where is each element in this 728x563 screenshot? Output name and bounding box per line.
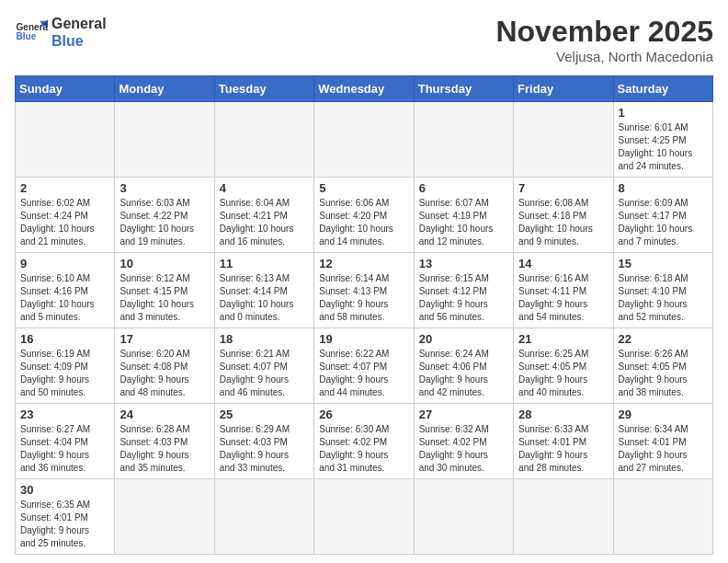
day-info: Sunrise: 6:09 AM Sunset: 4:17 PM Dayligh… — [619, 197, 708, 248]
calendar-cell: 16Sunrise: 6:19 AM Sunset: 4:09 PM Dayli… — [16, 328, 115, 404]
day-info: Sunrise: 6:35 AM Sunset: 4:01 PM Dayligh… — [20, 499, 109, 550]
day-number: 4 — [220, 181, 309, 195]
day-number: 5 — [319, 181, 408, 195]
day-info: Sunrise: 6:28 AM Sunset: 4:03 PM Dayligh… — [119, 423, 209, 475]
title-block: November 2025 Veljusa, North Macedonia — [495, 15, 713, 64]
day-number: 1 — [619, 106, 708, 120]
calendar-cell — [514, 102, 613, 178]
calendar-cell: 11Sunrise: 6:13 AM Sunset: 4:14 PM Dayli… — [214, 253, 313, 328]
calendar-cell: 1Sunrise: 6:01 AM Sunset: 4:25 PM Daylig… — [613, 102, 712, 178]
month-title: November 2025 — [495, 15, 713, 49]
calendar-cell — [214, 479, 313, 555]
calendar-cell: 24Sunrise: 6:28 AM Sunset: 4:03 PM Dayli… — [115, 404, 214, 479]
calendar-cell: 7Sunrise: 6:08 AM Sunset: 4:18 PM Daylig… — [514, 178, 613, 253]
day-info: Sunrise: 6:16 AM Sunset: 4:11 PM Dayligh… — [518, 272, 608, 324]
calendar-cell: 2Sunrise: 6:02 AM Sunset: 4:24 PM Daylig… — [16, 178, 115, 253]
calendar-week-row: 9Sunrise: 6:10 AM Sunset: 4:16 PM Daylig… — [16, 253, 713, 328]
calendar-cell: 21Sunrise: 6:25 AM Sunset: 4:05 PM Dayli… — [514, 328, 613, 404]
day-info: Sunrise: 6:27 AM Sunset: 4:04 PM Dayligh… — [20, 423, 109, 475]
day-info: Sunrise: 6:15 AM Sunset: 4:12 PM Dayligh… — [419, 272, 508, 324]
calendar-cell: 9Sunrise: 6:10 AM Sunset: 4:16 PM Daylig… — [16, 253, 115, 328]
calendar-cell: 14Sunrise: 6:16 AM Sunset: 4:11 PM Dayli… — [514, 253, 613, 328]
day-number: 18 — [220, 332, 309, 346]
calendar-cell: 5Sunrise: 6:06 AM Sunset: 4:20 PM Daylig… — [314, 178, 414, 253]
weekday-header-monday: Monday — [115, 76, 214, 102]
calendar-cell — [214, 102, 313, 178]
calendar-cell — [115, 102, 214, 178]
calendar-week-row: 2Sunrise: 6:02 AM Sunset: 4:24 PM Daylig… — [16, 178, 713, 253]
calendar-week-row: 1Sunrise: 6:01 AM Sunset: 4:25 PM Daylig… — [16, 102, 713, 178]
day-info: Sunrise: 6:24 AM Sunset: 4:06 PM Dayligh… — [419, 348, 508, 399]
day-info: Sunrise: 6:26 AM Sunset: 4:05 PM Dayligh… — [619, 348, 708, 399]
day-info: Sunrise: 6:20 AM Sunset: 4:08 PM Dayligh… — [119, 348, 209, 399]
calendar-cell: 23Sunrise: 6:27 AM Sunset: 4:04 PM Dayli… — [16, 404, 115, 479]
day-info: Sunrise: 6:19 AM Sunset: 4:09 PM Dayligh… — [20, 348, 109, 399]
day-info: Sunrise: 6:22 AM Sunset: 4:07 PM Dayligh… — [319, 348, 408, 399]
day-info: Sunrise: 6:02 AM Sunset: 4:24 PM Dayligh… — [20, 197, 109, 248]
weekday-header-row: SundayMondayTuesdayWednesdayThursdayFrid… — [16, 76, 713, 102]
day-number: 30 — [20, 483, 109, 497]
calendar-cell: 25Sunrise: 6:29 AM Sunset: 4:03 PM Dayli… — [214, 404, 313, 479]
calendar-week-row: 30Sunrise: 6:35 AM Sunset: 4:01 PM Dayli… — [16, 479, 713, 555]
svg-text:Blue: Blue — [16, 31, 36, 41]
day-number: 25 — [220, 408, 309, 421]
day-number: 21 — [518, 332, 608, 346]
calendar-cell — [613, 479, 712, 555]
day-info: Sunrise: 6:04 AM Sunset: 4:21 PM Dayligh… — [220, 197, 309, 248]
calendar-cell: 18Sunrise: 6:21 AM Sunset: 4:07 PM Dayli… — [214, 328, 313, 404]
day-info: Sunrise: 6:25 AM Sunset: 4:05 PM Dayligh… — [518, 348, 608, 399]
calendar-cell: 4Sunrise: 6:04 AM Sunset: 4:21 PM Daylig… — [214, 178, 313, 253]
calendar-cell: 13Sunrise: 6:15 AM Sunset: 4:12 PM Dayli… — [414, 253, 513, 328]
calendar-cell: 10Sunrise: 6:12 AM Sunset: 4:15 PM Dayli… — [115, 253, 214, 328]
day-info: Sunrise: 6:33 AM Sunset: 4:01 PM Dayligh… — [518, 423, 608, 475]
calendar-cell: 3Sunrise: 6:03 AM Sunset: 4:22 PM Daylig… — [115, 178, 214, 253]
weekday-header-saturday: Saturday — [613, 76, 712, 102]
weekday-header-wednesday: Wednesday — [314, 76, 414, 102]
day-number: 27 — [419, 408, 508, 421]
day-info: Sunrise: 6:34 AM Sunset: 4:01 PM Dayligh… — [619, 423, 708, 475]
day-info: Sunrise: 6:21 AM Sunset: 4:07 PM Dayligh… — [220, 348, 309, 399]
weekday-header-tuesday: Tuesday — [214, 76, 313, 102]
day-number: 26 — [319, 408, 408, 421]
calendar-cell — [414, 102, 513, 178]
calendar-cell: 6Sunrise: 6:07 AM Sunset: 4:19 PM Daylig… — [414, 178, 513, 253]
calendar-cell: 27Sunrise: 6:32 AM Sunset: 4:02 PM Dayli… — [414, 404, 513, 479]
calendar-cell: 17Sunrise: 6:20 AM Sunset: 4:08 PM Dayli… — [115, 328, 214, 404]
day-number: 3 — [119, 181, 209, 195]
calendar-week-row: 16Sunrise: 6:19 AM Sunset: 4:09 PM Dayli… — [16, 328, 713, 404]
logo-general: General — [51, 15, 107, 32]
day-number: 13 — [419, 257, 508, 270]
page-header: General Blue General Blue November 2025 … — [15, 15, 713, 64]
calendar-cell — [16, 102, 115, 178]
day-number: 10 — [119, 257, 209, 270]
day-number: 22 — [619, 332, 708, 346]
calendar-cell — [414, 479, 513, 555]
logo-icon: General Blue — [15, 16, 48, 49]
day-number: 28 — [518, 408, 608, 421]
day-number: 7 — [518, 181, 608, 195]
day-info: Sunrise: 6:13 AM Sunset: 4:14 PM Dayligh… — [220, 272, 309, 324]
day-info: Sunrise: 6:32 AM Sunset: 4:02 PM Dayligh… — [419, 423, 508, 475]
logo: General Blue General Blue — [15, 15, 107, 50]
calendar-cell: 26Sunrise: 6:30 AM Sunset: 4:02 PM Dayli… — [314, 404, 414, 479]
day-number: 24 — [119, 408, 209, 421]
calendar-cell: 12Sunrise: 6:14 AM Sunset: 4:13 PM Dayli… — [314, 253, 414, 328]
day-number: 12 — [319, 257, 408, 270]
day-number: 8 — [619, 181, 708, 195]
calendar-cell: 8Sunrise: 6:09 AM Sunset: 4:17 PM Daylig… — [613, 178, 712, 253]
location-subtitle: Veljusa, North Macedonia — [495, 49, 713, 64]
day-number: 14 — [518, 257, 608, 270]
day-info: Sunrise: 6:14 AM Sunset: 4:13 PM Dayligh… — [319, 272, 408, 324]
calendar-table: SundayMondayTuesdayWednesdayThursdayFrid… — [15, 75, 713, 555]
calendar-cell: 15Sunrise: 6:18 AM Sunset: 4:10 PM Dayli… — [613, 253, 712, 328]
day-info: Sunrise: 6:03 AM Sunset: 4:22 PM Dayligh… — [119, 197, 209, 248]
calendar-week-row: 23Sunrise: 6:27 AM Sunset: 4:04 PM Dayli… — [16, 404, 713, 479]
day-number: 17 — [119, 332, 209, 346]
day-info: Sunrise: 6:06 AM Sunset: 4:20 PM Dayligh… — [319, 197, 408, 248]
day-info: Sunrise: 6:08 AM Sunset: 4:18 PM Dayligh… — [518, 197, 608, 248]
weekday-header-thursday: Thursday — [414, 76, 513, 102]
day-number: 6 — [419, 181, 508, 195]
day-info: Sunrise: 6:18 AM Sunset: 4:10 PM Dayligh… — [619, 272, 708, 324]
day-info: Sunrise: 6:01 AM Sunset: 4:25 PM Dayligh… — [619, 121, 708, 173]
day-info: Sunrise: 6:10 AM Sunset: 4:16 PM Dayligh… — [20, 272, 109, 324]
